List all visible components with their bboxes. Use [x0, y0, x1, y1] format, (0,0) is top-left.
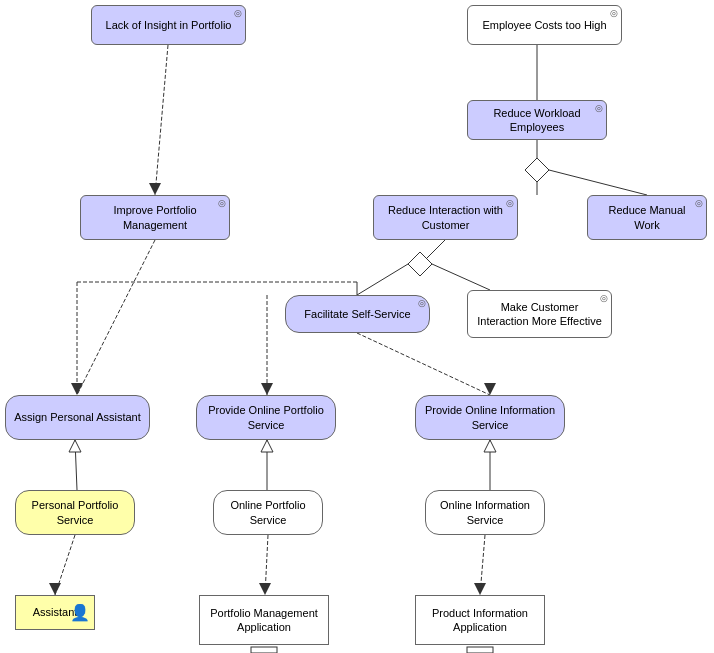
lack-insight[interactable]: Lack of Insight in Portfolio◎	[91, 5, 246, 45]
reduce-interaction-icon: ◎	[506, 198, 514, 210]
lack-insight-icon: ◎	[234, 8, 242, 20]
make-customer-label: Make Customer Interaction More Effective	[476, 300, 603, 329]
assistant[interactable]: Assistant👤	[15, 595, 95, 630]
online-portfolio-svc-label: Online Portfolio Service	[222, 498, 314, 527]
employee-costs[interactable]: Employee Costs too High◎	[467, 5, 622, 45]
svg-marker-16	[261, 383, 273, 395]
provide-online-portfolio[interactable]: Provide Online Portfolio Service	[196, 395, 336, 440]
make-customer[interactable]: Make Customer Interaction More Effective…	[467, 290, 612, 338]
provide-online-info-label: Provide Online Information Service	[424, 403, 556, 432]
improve-portfolio-label: Improve Portfolio Management	[89, 203, 221, 232]
svg-marker-6	[149, 183, 161, 195]
reduce-workload-label: Reduce Workload Employees	[476, 106, 598, 135]
online-info-svc[interactable]: Online Information Service	[425, 490, 545, 535]
facilitate-self-icon: ◎	[418, 298, 426, 310]
svg-rect-32	[251, 647, 277, 653]
improve-portfolio[interactable]: Improve Portfolio Management◎	[80, 195, 230, 240]
reduce-manual[interactable]: Reduce Manual Work◎	[587, 195, 707, 240]
svg-line-20	[75, 440, 77, 490]
svg-marker-21	[69, 440, 81, 452]
svg-marker-29	[259, 583, 271, 595]
svg-line-4	[549, 170, 647, 195]
svg-line-26	[55, 535, 75, 595]
employee-costs-label: Employee Costs too High	[482, 18, 606, 32]
assistant-person-icon: 👤	[70, 602, 90, 623]
svg-line-17	[357, 333, 490, 395]
product-info-app-label: Product Information Application	[422, 606, 538, 635]
assign-personal[interactable]: Assign Personal Assistant	[5, 395, 150, 440]
svg-line-19	[77, 240, 155, 395]
svg-line-7	[420, 240, 445, 265]
facilitate-self[interactable]: Facilitate Self-Service◎	[285, 295, 430, 333]
provide-online-portfolio-label: Provide Online Portfolio Service	[205, 403, 327, 432]
svg-line-28	[265, 535, 268, 595]
portfolio-mgmt-app-label: Portfolio Management Application	[206, 606, 322, 635]
lack-insight-label: Lack of Insight in Portfolio	[106, 18, 232, 32]
svg-line-5	[155, 45, 168, 195]
portfolio-mgmt-app-stack-icon	[249, 646, 279, 653]
personal-portfolio-svc-label: Personal Portfolio Service	[24, 498, 126, 527]
svg-marker-27	[49, 583, 61, 595]
reduce-manual-label: Reduce Manual Work	[596, 203, 698, 232]
svg-line-30	[480, 535, 485, 595]
svg-rect-34	[467, 647, 493, 653]
svg-line-10	[432, 264, 490, 290]
product-info-app[interactable]: Product Information Application	[415, 595, 545, 645]
diagram-canvas: Lack of Insight in Portfolio◎Employee Co…	[0, 0, 714, 653]
personal-portfolio-svc[interactable]: Personal Portfolio Service	[15, 490, 135, 535]
portfolio-mgmt-app[interactable]: Portfolio Management Application	[199, 595, 329, 645]
svg-marker-25	[484, 440, 496, 452]
employee-costs-icon: ◎	[610, 8, 618, 20]
provide-online-info[interactable]: Provide Online Information Service	[415, 395, 565, 440]
reduce-interaction[interactable]: Reduce Interaction with Customer◎	[373, 195, 518, 240]
svg-marker-8	[408, 252, 432, 276]
reduce-workload[interactable]: Reduce Workload Employees◎	[467, 100, 607, 140]
reduce-interaction-label: Reduce Interaction with Customer	[382, 203, 509, 232]
svg-marker-31	[474, 583, 486, 595]
facilitate-self-label: Facilitate Self-Service	[304, 307, 410, 321]
svg-marker-23	[261, 440, 273, 452]
online-portfolio-svc[interactable]: Online Portfolio Service	[213, 490, 323, 535]
assign-personal-label: Assign Personal Assistant	[14, 410, 141, 424]
svg-marker-2	[525, 158, 549, 182]
reduce-manual-icon: ◎	[695, 198, 703, 210]
online-info-svc-label: Online Information Service	[434, 498, 536, 527]
svg-line-9	[357, 264, 408, 295]
reduce-workload-icon: ◎	[595, 103, 603, 115]
product-info-app-stack-icon	[465, 646, 495, 653]
svg-marker-14	[71, 383, 83, 395]
make-customer-icon: ◎	[600, 293, 608, 305]
svg-marker-18	[484, 383, 496, 395]
improve-portfolio-icon: ◎	[218, 198, 226, 210]
